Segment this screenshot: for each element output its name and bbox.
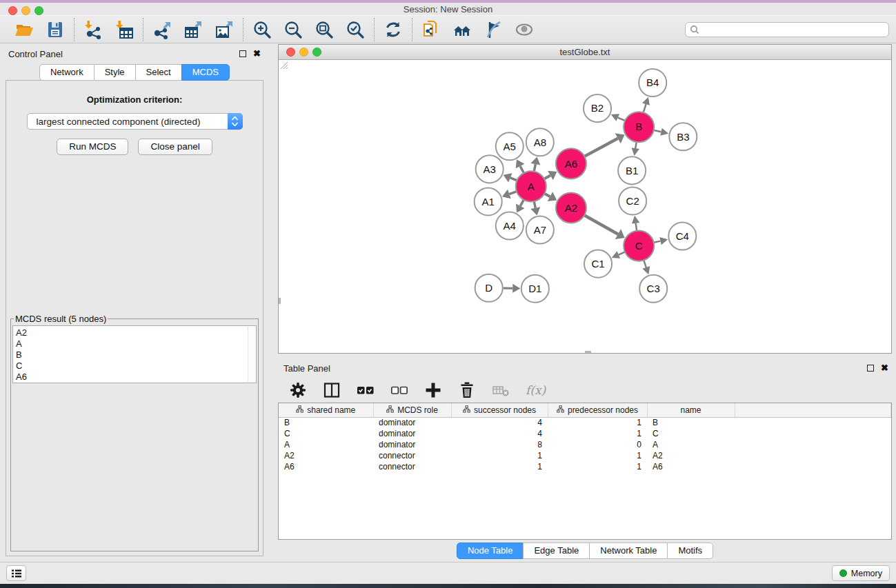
tab-edge-table[interactable]: Edge Table — [523, 543, 590, 559]
show-panel-icon[interactable] — [515, 20, 534, 39]
graph-edge-A2-C[interactable] — [585, 216, 625, 240]
graph-node-A1[interactable]: A1 — [475, 187, 502, 215]
table-cell[interactable]: 1 — [451, 450, 548, 461]
export-table-icon[interactable] — [183, 20, 203, 39]
graph-node-B1[interactable]: B1 — [618, 156, 646, 184]
table-cell[interactable]: connector — [373, 450, 451, 461]
graph-edge-B-B3[interactable] — [654, 128, 668, 136]
table-cell[interactable]: dominator — [373, 439, 451, 450]
table-cell[interactable]: A2 — [279, 450, 373, 461]
table-cell[interactable]: 1 — [451, 461, 548, 472]
tab-node-table[interactable]: Node Table — [457, 543, 524, 559]
graph-node-A7[interactable]: A7 — [526, 216, 554, 244]
export-image-icon[interactable] — [215, 20, 234, 39]
column-header-shared-name[interactable]: shared name — [279, 403, 373, 417]
table-cell[interactable]: 1 — [548, 428, 647, 439]
graph-node-C1[interactable]: C1 — [584, 250, 612, 278]
result-item-C[interactable]: C — [16, 361, 256, 372]
zoom-selected-icon[interactable] — [346, 20, 365, 39]
table-cell[interactable]: B — [647, 417, 735, 428]
tab-select[interactable]: Select — [135, 64, 182, 81]
tab-style[interactable]: Style — [94, 64, 136, 81]
tab-network[interactable]: Network — [39, 64, 94, 81]
graph-edge-A-A1[interactable] — [502, 190, 517, 199]
graph-edge-A-A5[interactable] — [516, 159, 525, 172]
close-panel-button[interactable]: Close panel — [138, 139, 212, 155]
table-cell[interactable]: connector — [373, 461, 451, 472]
network-window-titlebar[interactable]: testGlobe.txt — [279, 45, 891, 60]
graph-node-B[interactable]: B — [624, 112, 654, 142]
delete-table-icon[interactable] — [492, 381, 510, 399]
open-session-icon[interactable] — [14, 20, 34, 39]
table-cell[interactable]: A — [647, 439, 735, 450]
graph-node-C4[interactable]: C4 — [668, 223, 696, 250]
graph-node-A3[interactable]: A3 — [476, 155, 504, 183]
graph-node-A2[interactable]: A2 — [556, 192, 586, 223]
add-icon[interactable] — [424, 381, 442, 399]
select-all-icon[interactable] — [357, 381, 375, 399]
table-cell[interactable]: A6 — [279, 461, 373, 472]
table-row[interactable]: Bdominator41B — [279, 417, 891, 428]
table-cell[interactable]: C — [279, 428, 373, 439]
zoom-fit-icon[interactable] — [315, 20, 334, 39]
result-item-A2[interactable]: A2 — [16, 327, 256, 338]
graph-edge-B-B1[interactable] — [632, 142, 639, 156]
network-canvas[interactable]: AA1A2A3A4A5A6A7A8BB1B2B3B4CC1C2C3C4DD1 — [279, 60, 891, 353]
table-cell[interactable]: dominator — [373, 417, 451, 428]
graph-edge-C-C4[interactable] — [654, 237, 668, 245]
gear-icon[interactable] — [289, 381, 307, 399]
graph-edge-A-A7[interactable] — [530, 201, 540, 215]
clone-network-icon[interactable] — [421, 20, 441, 39]
table-cell[interactable]: 4 — [451, 417, 548, 428]
column-header-successor-nodes[interactable]: successor nodes — [451, 403, 548, 417]
graph-edge-A-A6[interactable] — [544, 171, 557, 181]
graph-edge-C-C3[interactable] — [642, 261, 650, 274]
graph-edge-D-D1[interactable] — [503, 284, 520, 293]
run-mcds-button[interactable]: Run MCDS — [57, 139, 128, 155]
table-cell[interactable]: 4 — [451, 428, 548, 439]
table-cell[interactable]: A2 — [647, 450, 735, 461]
hide-panel-icon[interactable] — [484, 20, 503, 39]
graph-node-D[interactable]: D — [475, 274, 503, 302]
memory-button[interactable]: Memory — [832, 565, 890, 581]
tab-network-table[interactable]: Network Table — [589, 543, 668, 559]
refresh-icon[interactable] — [384, 20, 403, 39]
graph-edge-C-C1[interactable] — [612, 251, 625, 258]
table-cell[interactable]: 8 — [451, 439, 548, 450]
column-header-name[interactable]: name — [647, 403, 735, 417]
result-item-A6[interactable]: A6 — [16, 372, 256, 383]
close-panel-icon[interactable]: ✖ — [253, 50, 261, 57]
graph-edge-A-A3[interactable] — [504, 173, 517, 182]
function-builder-icon[interactable]: f(x) — [526, 383, 546, 397]
graph-node-C[interactable]: C — [624, 231, 654, 261]
table-cell[interactable]: B — [279, 417, 373, 428]
graph-node-C3[interactable]: C3 — [639, 275, 667, 303]
table-cell[interactable]: 1 — [548, 450, 647, 461]
table-row[interactable]: Adominator80A — [279, 439, 891, 450]
column-header-predecessor-nodes[interactable]: predecessor nodes — [548, 403, 647, 417]
graph-edge-A6-B[interactable] — [585, 133, 625, 156]
resize-grip-icon[interactable] — [279, 60, 288, 70]
graph-node-A5[interactable]: A5 — [496, 132, 524, 160]
graph-node-B4[interactable]: B4 — [639, 69, 666, 97]
graph-node-B2[interactable]: B2 — [584, 94, 611, 122]
column-header-MCDS-role[interactable]: MCDS role — [373, 403, 451, 417]
deselect-all-icon[interactable] — [390, 381, 408, 399]
import-table-icon[interactable] — [115, 20, 134, 39]
table-cell[interactable]: dominator — [373, 428, 451, 439]
graph-edge-B-B4[interactable] — [642, 97, 650, 112]
tab-motifs[interactable]: Motifs — [667, 543, 713, 559]
result-item-B[interactable]: B — [16, 349, 256, 361]
graph-node-A[interactable]: A — [516, 171, 546, 201]
network-overview-icon[interactable] — [452, 20, 472, 39]
table-panel-close-icon[interactable]: ✖ — [881, 365, 888, 372]
graph-node-A8[interactable]: A8 — [526, 128, 554, 156]
criterion-select[interactable]: largest connected component (directed) — [27, 113, 243, 130]
table-row[interactable]: A6connector11A6 — [279, 461, 891, 472]
table-cell[interactable]: A — [279, 439, 373, 450]
tab-mcds[interactable]: MCDS — [181, 64, 230, 81]
zoom-out-icon[interactable] — [283, 20, 303, 39]
float-panel-icon[interactable] — [239, 50, 246, 57]
import-network-icon[interactable] — [83, 20, 103, 39]
graph-edge-C-C2[interactable] — [632, 216, 639, 230]
